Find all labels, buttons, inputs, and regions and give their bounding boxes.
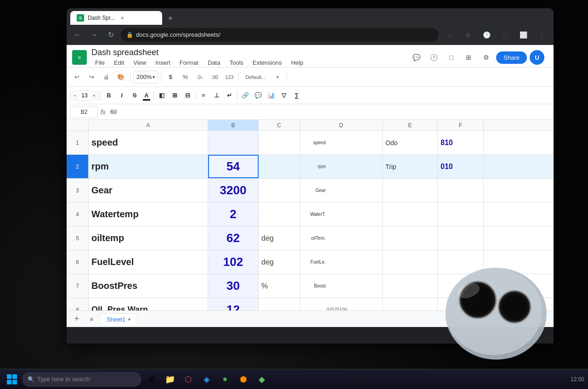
- redo-button[interactable]: ↪: [85, 71, 98, 84]
- sheets-doc-title[interactable]: Dash spreadsheet: [91, 48, 307, 57]
- insert-chart-button[interactable]: 📊: [265, 90, 277, 101]
- font-dropdown-icon[interactable]: ▾: [271, 71, 284, 84]
- address-bar[interactable]: 🔒 docs.google.com/spreadsheets/: [121, 28, 439, 42]
- zoom-button[interactable]: ⊕: [461, 28, 475, 42]
- share-button[interactable]: Share: [496, 51, 527, 64]
- menu-data[interactable]: Data: [204, 58, 224, 67]
- cell-c4[interactable]: ·: [259, 203, 300, 226]
- zoom-control[interactable]: 200% ▾: [133, 71, 158, 84]
- cell-e3[interactable]: [383, 179, 438, 202]
- taskbar-app3-button[interactable]: ⬢: [235, 371, 252, 388]
- cell-c1[interactable]: [259, 131, 300, 154]
- cell-e1[interactable]: Odo: [383, 131, 438, 154]
- cell-c7[interactable]: %: [259, 274, 300, 298]
- taskbar-app4-button[interactable]: ◆: [254, 371, 270, 388]
- cell-f6[interactable]: [438, 250, 484, 274]
- settings-button[interactable]: ⚙: [479, 50, 493, 65]
- cell-d2[interactable]: rpm: [300, 155, 383, 178]
- font-color-button[interactable]: A: [141, 90, 152, 101]
- cell-a5[interactable]: oiltemp: [89, 226, 208, 250]
- cell-f2[interactable]: 010: [438, 155, 484, 178]
- clock-button[interactable]: 🕐: [426, 50, 441, 65]
- start-button[interactable]: [4, 371, 20, 388]
- taskbar-search[interactable]: 🔍 Type here to search: [22, 372, 141, 387]
- back-button[interactable]: ←: [71, 28, 84, 41]
- font-size-plus[interactable]: +: [90, 90, 98, 101]
- col-header-b[interactable]: B: [208, 120, 259, 130]
- cell-d8[interactable]: 0 25 75 100: [300, 298, 383, 310]
- italic-button[interactable]: I: [116, 90, 128, 101]
- insert-filter-button[interactable]: ▽: [278, 90, 290, 101]
- cell-f7[interactable]: [438, 274, 484, 298]
- active-tab[interactable]: S Dash Spr... ✕: [70, 11, 162, 25]
- cell-f1[interactable]: 810: [438, 131, 484, 154]
- cell-d4[interactable]: WaterT.: [300, 203, 383, 226]
- menu-file[interactable]: File: [91, 58, 108, 67]
- more-button[interactable]: ⋮: [534, 28, 549, 42]
- formula-input[interactable]: 60: [108, 108, 550, 115]
- insert-link-button[interactable]: 🔗: [239, 90, 251, 101]
- cell-d3[interactable]: Gear: [300, 179, 383, 202]
- screen-button[interactable]: ⬜: [516, 28, 531, 42]
- forward-button[interactable]: →: [88, 28, 101, 41]
- cell-d7[interactable]: Boost: [300, 274, 383, 298]
- cell-b4[interactable]: 2: [208, 203, 259, 226]
- cell-f5[interactable]: [438, 226, 484, 250]
- cell-a1[interactable]: speed: [89, 131, 208, 154]
- paint-button[interactable]: 🎨: [114, 71, 127, 84]
- cell-e7[interactable]: [383, 274, 438, 298]
- font-size-control[interactable]: − 13 +: [70, 90, 99, 101]
- menu-extensions[interactable]: Extensions: [249, 58, 286, 67]
- font-btn[interactable]: Default...: [242, 71, 269, 84]
- cell-c6[interactable]: deg: [259, 250, 300, 274]
- cell-b1[interactable]: [208, 131, 259, 154]
- cell-e6[interactable]: [383, 250, 438, 274]
- menu-tools[interactable]: Tools: [226, 58, 247, 67]
- cell-d6[interactable]: FuelLe.: [300, 250, 383, 274]
- cell-a6[interactable]: FuelLevel: [89, 250, 208, 274]
- menu-help[interactable]: Help: [287, 58, 307, 67]
- taskbar-app1-button[interactable]: ⬡: [180, 371, 197, 388]
- cell-a4[interactable]: Watertemp: [89, 203, 208, 226]
- number-format-btn[interactable]: 123: [223, 71, 236, 84]
- taskbar-app2-button[interactable]: ◈: [198, 371, 215, 388]
- cell-e2[interactable]: Trip: [383, 155, 438, 178]
- col-header-c[interactable]: C: [259, 120, 300, 130]
- cell-c8[interactable]: [259, 298, 300, 310]
- bookmark-button[interactable]: ☆: [442, 28, 457, 42]
- add-sheet-button[interactable]: +: [70, 313, 83, 326]
- cell-d1[interactable]: speed: [300, 131, 383, 154]
- menu-insert[interactable]: Insert: [152, 58, 174, 67]
- cell-a2[interactable]: rpm: [89, 155, 208, 178]
- col-header-f[interactable]: F: [438, 120, 484, 130]
- wrap-text-button[interactable]: ↵: [223, 90, 235, 101]
- dollar-button[interactable]: $: [164, 71, 177, 84]
- percent-button[interactable]: %: [179, 71, 192, 84]
- cell-c3[interactable]: [259, 179, 300, 202]
- cell-f3[interactable]: [438, 179, 484, 202]
- cell-e8[interactable]: [383, 298, 438, 310]
- cell-b6[interactable]: 102: [208, 250, 259, 274]
- tab-close-icon[interactable]: ✕: [119, 14, 126, 22]
- strikethrough-button[interactable]: S: [129, 90, 141, 101]
- cell-a3[interactable]: Gear: [89, 179, 208, 202]
- cell-a8[interactable]: OIL Pres Warn: [89, 298, 208, 310]
- insert-comment-button[interactable]: 💬: [252, 90, 264, 101]
- file-explorer-button[interactable]: 📁: [162, 371, 178, 388]
- insert-fn-button[interactable]: ∑: [291, 90, 303, 101]
- user-avatar[interactable]: U: [530, 50, 544, 65]
- print-button[interactable]: 🖨: [100, 71, 113, 84]
- task-view-button[interactable]: ⊞: [143, 371, 160, 388]
- cell-a7[interactable]: BoostPres: [89, 274, 208, 298]
- cell-b3[interactable]: 3200: [208, 179, 259, 202]
- merge-button[interactable]: ⊟: [181, 90, 193, 101]
- cell-b8[interactable]: 12: [208, 298, 259, 310]
- cell-e5[interactable]: [383, 226, 438, 250]
- font-size-minus[interactable]: −: [71, 90, 79, 101]
- reload-button[interactable]: ↻: [104, 28, 117, 41]
- cell-d5[interactable]: oilTem.: [300, 226, 383, 250]
- menu-view[interactable]: View: [130, 58, 150, 67]
- cell-c5[interactable]: deg: [259, 226, 300, 250]
- borders-button[interactable]: ⊞: [169, 90, 181, 101]
- collab-button[interactable]: ⊞: [461, 50, 476, 65]
